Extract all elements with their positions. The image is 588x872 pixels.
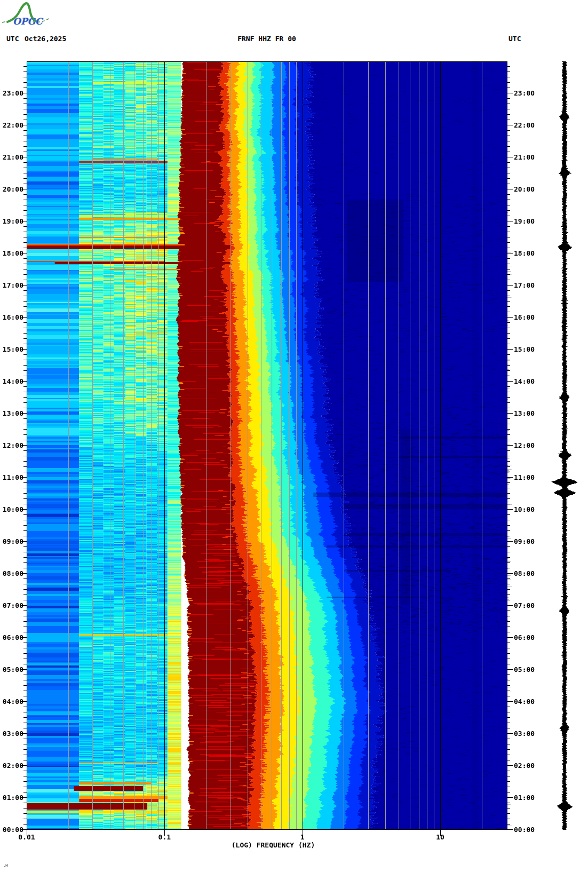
y-tick-label-right: 07:00 [514, 602, 535, 609]
y-tick-label-left: 13:00 [0, 410, 23, 417]
x-axis-title: (LOG) FREQUENCY (HZ) [232, 841, 315, 849]
y-tick-label-left: 15:00 [0, 346, 23, 353]
y-tick-label-right: 19:00 [514, 218, 535, 225]
y-tick-label-right: 16:00 [514, 314, 535, 321]
y-tick-label-right: 06:00 [514, 634, 535, 641]
spectrogram-page: OPGC UTC Oct26,2025 FRNF HHZ FR 00 UTC 2… [0, 0, 588, 872]
y-tick-label-right: 11:00 [514, 474, 535, 481]
x-tick-label: 0.1 [158, 833, 171, 841]
y-tick-label-left: 01:00 [0, 794, 23, 801]
y-tick-label-right: 23:00 [514, 90, 535, 97]
y-tick-label-left: 09:00 [0, 538, 23, 545]
y-tick-label-right: 12:00 [514, 442, 535, 449]
y-tick-label-left: 18:00 [0, 250, 23, 257]
y-tick-label-right: 03:00 [514, 730, 535, 737]
y-tick-label-right: 10:00 [514, 506, 535, 513]
y-tick-label-left: 19:00 [0, 218, 23, 225]
y-tick-label-left: 22:00 [0, 122, 23, 129]
y-tick-label-left: 00:00 [0, 826, 23, 833]
y-tick-label-right: 21:00 [514, 154, 535, 161]
y-tick-label-left: 12:00 [0, 442, 23, 449]
y-tick-label-left: 04:00 [0, 698, 23, 705]
y-tick-label-right: 00:00 [514, 826, 535, 833]
y-tick-label-left: 23:00 [0, 90, 23, 97]
y-tick-label-left: 05:00 [0, 666, 23, 673]
x-tick-label: 0.01 [18, 833, 35, 841]
y-tick-label-left: 21:00 [0, 154, 23, 161]
spectrogram-canvas [0, 0, 588, 872]
y-tick-label-left: 17:00 [0, 282, 23, 289]
y-tick-label-left: 02:00 [0, 762, 23, 769]
x-tick-label: 1 [300, 833, 305, 841]
y-tick-label-right: 17:00 [514, 282, 535, 289]
y-tick-label-left: 16:00 [0, 314, 23, 321]
x-tick-label: 10 [436, 833, 444, 841]
y-tick-label-right: 14:00 [514, 378, 535, 385]
y-tick-label-left: 07:00 [0, 602, 23, 609]
y-tick-label-right: 18:00 [514, 250, 535, 257]
y-tick-label-right: 08:00 [514, 570, 535, 577]
y-tick-label-right: 15:00 [514, 346, 535, 353]
y-tick-label-right: 04:00 [514, 698, 535, 705]
y-tick-label-left: 06:00 [0, 634, 23, 641]
y-tick-label-left: 14:00 [0, 378, 23, 385]
y-tick-label-right: 01:00 [514, 794, 535, 801]
y-tick-label-right: 05:00 [514, 666, 535, 673]
y-tick-label-left: 20:00 [0, 186, 23, 193]
y-tick-label-right: 20:00 [514, 186, 535, 193]
y-tick-label-right: 02:00 [514, 762, 535, 769]
y-tick-label-left: 11:00 [0, 474, 23, 481]
y-tick-label-left: 03:00 [0, 730, 23, 737]
y-tick-label-right: 13:00 [514, 410, 535, 417]
y-tick-label-right: 22:00 [514, 122, 535, 129]
y-tick-label-left: 08:00 [0, 570, 23, 577]
y-tick-label-left: 10:00 [0, 506, 23, 513]
y-tick-label-right: 09:00 [514, 538, 535, 545]
